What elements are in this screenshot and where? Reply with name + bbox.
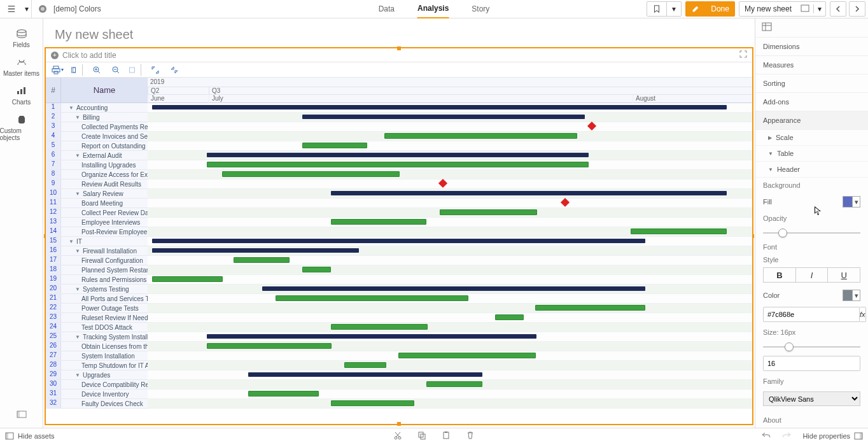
row-timeline[interactable] — [148, 151, 752, 160]
tab-data[interactable]: Data — [379, 0, 395, 18]
row-timeline[interactable] — [148, 103, 752, 113]
row-timeline[interactable] — [148, 361, 752, 370]
summary-bar[interactable] — [207, 334, 536, 339]
row-timeline[interactable] — [148, 218, 752, 227]
gantt-row[interactable]: 20▼Systems Testing — [46, 285, 752, 294]
gantt-row[interactable]: 25▼Tracking System Installation — [46, 332, 752, 342]
expand-caret[interactable]: ▼ — [75, 153, 80, 158]
row-timeline[interactable] — [148, 208, 752, 218]
task-bar[interactable] — [302, 143, 367, 148]
task-bar[interactable] — [535, 305, 645, 311]
gantt-row[interactable]: 22Power Outage Tests — [46, 304, 752, 313]
row-timeline[interactable] — [148, 122, 752, 132]
sidebar-master-items[interactable]: Master items — [0, 52, 43, 81]
gantt-row[interactable]: 16▼Firewall Installation — [46, 246, 752, 256]
gantt-row[interactable]: 17Firewall Configuration — [46, 256, 752, 265]
gantt-row[interactable]: 18Planned System Restart — [46, 265, 752, 275]
section-addons[interactable]: Add-ons — [755, 93, 868, 111]
task-bar[interactable] — [440, 209, 537, 215]
bookmark-caret[interactable]: ▾ — [667, 1, 682, 17]
zoom-out-button[interactable] — [109, 64, 122, 76]
section-measures[interactable]: Measures — [755, 56, 868, 74]
task-bar[interactable] — [398, 353, 536, 358]
chart-title-placeholder[interactable]: Click to add title — [62, 51, 116, 60]
gantt-row[interactable]: 32Faulty Devices Check — [46, 399, 752, 409]
gantt-row[interactable]: 24Test DDOS Attack — [46, 323, 752, 332]
row-timeline[interactable] — [148, 227, 752, 237]
delete-button[interactable] — [466, 431, 475, 441]
row-timeline[interactable] — [148, 199, 752, 208]
row-timeline[interactable] — [148, 189, 752, 199]
task-bar[interactable] — [222, 171, 400, 177]
row-timeline[interactable] — [148, 323, 752, 332]
expand-caret[interactable]: ▼ — [75, 115, 80, 120]
chart-object[interactable]: + Click to add title ▾ # Name 2019 — [45, 47, 753, 425]
bookmark-button[interactable] — [647, 1, 667, 17]
row-timeline[interactable] — [148, 351, 752, 361]
summary-bar[interactable] — [302, 115, 585, 119]
gantt-row[interactable]: 28Temp Shutdown for IT Audit — [46, 361, 752, 370]
sub-table[interactable]: ▼Table — [755, 146, 868, 162]
summary-bar[interactable] — [331, 191, 727, 195]
gantt-row[interactable]: 15▼IT — [46, 237, 752, 246]
undo-button[interactable] — [762, 432, 771, 440]
resize-handle-top[interactable] — [397, 46, 401, 50]
summary-bar[interactable] — [152, 248, 359, 253]
prev-sheet-button[interactable] — [830, 1, 846, 17]
redo-button[interactable] — [782, 432, 791, 440]
paste-button[interactable] — [442, 431, 451, 441]
row-timeline[interactable] — [148, 160, 752, 170]
gantt-row[interactable]: 30Device Compatibility Review — [46, 380, 752, 390]
row-timeline[interactable] — [148, 256, 752, 265]
gantt-row[interactable]: 29▼Upgrades — [46, 370, 752, 380]
section-sorting[interactable]: Sorting — [755, 74, 868, 93]
task-bar[interactable] — [331, 400, 414, 406]
milestone-marker[interactable] — [587, 122, 596, 130]
italic-button[interactable]: I — [796, 267, 829, 283]
row-timeline[interactable] — [148, 342, 752, 351]
gantt-row[interactable]: 21All Ports and Services Testing — [46, 294, 752, 304]
task-bar[interactable] — [207, 162, 589, 167]
menu-button[interactable] — [3, 0, 20, 18]
sheet-title[interactable]: My new sheet — [43, 18, 755, 47]
gantt-row[interactable]: 6▼External Audit — [46, 151, 752, 160]
task-bar[interactable] — [276, 295, 468, 301]
tab-story[interactable]: Story — [472, 0, 489, 18]
opacity-slider[interactable] — [763, 229, 860, 237]
task-bar[interactable] — [234, 257, 290, 263]
task-bar[interactable] — [207, 343, 332, 349]
gantt-row[interactable]: 3Collected Payments Review — [46, 122, 752, 132]
font-family-select[interactable]: QlikView Sans — [763, 391, 860, 406]
row-timeline[interactable] — [148, 132, 752, 141]
save-button[interactable] — [70, 64, 83, 76]
row-timeline[interactable] — [148, 179, 752, 189]
gantt-row[interactable]: 10▼Salary Review — [46, 189, 752, 199]
gantt-row[interactable]: 13Employee Interviews — [46, 218, 752, 227]
row-timeline[interactable] — [148, 380, 752, 390]
milestone-marker[interactable] — [561, 198, 570, 207]
row-timeline[interactable] — [148, 370, 752, 380]
expand-caret[interactable]: ▼ — [69, 239, 74, 244]
color-fx-button[interactable]: fx — [860, 307, 866, 322]
gantt-row[interactable]: 2▼Billing — [46, 113, 752, 122]
done-button[interactable]: Done — [706, 1, 735, 17]
task-bar[interactable] — [495, 314, 524, 320]
task-bar[interactable] — [302, 267, 331, 272]
gantt-row[interactable]: 23Ruleset Review If Needed — [46, 313, 752, 323]
bold-button[interactable]: B — [763, 267, 796, 283]
sheet-selector-caret[interactable]: ▾ — [813, 4, 825, 13]
color-input[interactable] — [763, 307, 860, 322]
summary-bar[interactable] — [152, 239, 645, 243]
gantt-row[interactable]: 5Report on Outstanding Collections — [46, 141, 752, 151]
gantt-row[interactable]: 27System Installation — [46, 351, 752, 361]
row-timeline[interactable] — [148, 313, 752, 323]
task-bar[interactable] — [152, 276, 223, 282]
expand-caret[interactable]: ▼ — [75, 248, 80, 254]
summary-bar[interactable] — [262, 286, 645, 291]
properties-panel[interactable]: Dimensions Measures Sorting Add-ons Appe… — [755, 18, 868, 428]
task-bar[interactable] — [631, 229, 727, 234]
hide-assets-button[interactable]: Hide assets — [5, 432, 54, 440]
gantt-row[interactable]: 8Organize Access for External Auditors — [46, 170, 752, 179]
sub-header[interactable]: ▼Header — [755, 162, 868, 178]
expand-caret[interactable]: ▼ — [75, 191, 80, 197]
